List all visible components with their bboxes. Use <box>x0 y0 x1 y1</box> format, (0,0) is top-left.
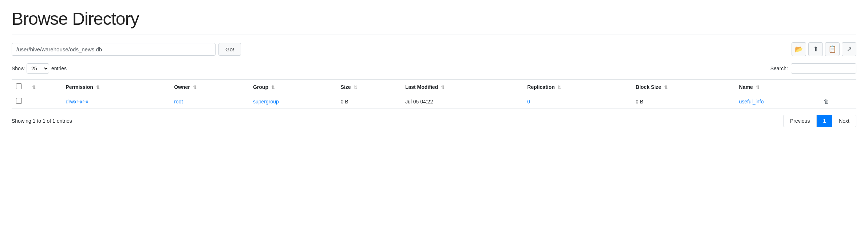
header-replication-label: Replication <box>527 84 555 90</box>
table-header-row: Permission Owner Group Size Last Modifie… <box>12 80 856 94</box>
row-delete-cell[interactable]: 🗑 <box>819 94 856 109</box>
header-size[interactable]: Size <box>336 80 401 94</box>
header-checkbox <box>12 80 26 94</box>
row-checkbox[interactable] <box>16 98 22 104</box>
row-group[interactable]: supergroup <box>249 94 336 109</box>
entries-select[interactable]: 10 25 50 100 <box>27 63 49 74</box>
path-input[interactable] <box>12 43 216 56</box>
row-size: 0 B <box>336 94 401 109</box>
go-button[interactable]: Go! <box>218 43 241 56</box>
header-block-size-label: Block Size <box>636 84 661 90</box>
select-all-checkbox[interactable] <box>16 83 22 89</box>
controls-row: Show 10 25 50 100 entries Search: <box>12 63 856 74</box>
sort-permission-icon <box>96 85 100 90</box>
header-name[interactable]: Name <box>735 80 820 94</box>
folder-open-button[interactable]: 📂 <box>792 42 806 56</box>
header-name-label: Name <box>739 84 753 90</box>
header-replication[interactable]: Replication <box>523 80 631 94</box>
page-title: Browse Directory <box>12 9 856 29</box>
title-divider <box>12 35 856 35</box>
header-group[interactable]: Group <box>249 80 336 94</box>
header-size-label: Size <box>341 84 351 90</box>
row-last-modified: Jul 05 04:22 <box>401 94 523 109</box>
show-entries: Show 10 25 50 100 entries <box>12 63 67 74</box>
header-permission[interactable]: Permission <box>61 80 170 94</box>
sort-last-modified-icon <box>441 85 445 90</box>
share-button[interactable]: ↗ <box>842 42 856 56</box>
sort-block-size-icon <box>664 85 668 90</box>
next-button[interactable]: Next <box>832 115 856 127</box>
header-owner-label: Owner <box>174 84 190 90</box>
page-number-button[interactable]: 1 <box>817 115 832 127</box>
sort-replication-icon <box>557 85 561 90</box>
row-owner[interactable]: root <box>170 94 249 109</box>
sort-owner-icon <box>193 85 197 90</box>
sort-size-icon <box>354 85 357 90</box>
footer-row: Showing 1 to 1 of 1 entries Previous 1 N… <box>12 115 856 127</box>
entries-label: entries <box>51 66 67 71</box>
delete-icon[interactable]: 🗑 <box>824 98 829 105</box>
header-block-size[interactable]: Block Size <box>631 80 735 94</box>
header-group-label: Group <box>253 84 268 90</box>
icon-buttons: 📂 ⬆ 📋 ↗ <box>792 42 856 56</box>
header-owner[interactable]: Owner <box>170 80 249 94</box>
path-row: Go! 📂 ⬆ 📋 ↗ <box>12 42 856 56</box>
list-button[interactable]: 📋 <box>825 42 840 56</box>
row-block-size: 0 B <box>631 94 735 109</box>
row-name[interactable]: useful_info <box>735 94 820 109</box>
header-permission-label: Permission <box>66 84 93 90</box>
search-box: Search: <box>770 63 856 74</box>
search-label: Search: <box>770 66 788 71</box>
show-label: Show <box>12 66 24 71</box>
row-permission[interactable]: drwxr-xr-x <box>61 94 170 109</box>
header-last-modified-label: Last Modified <box>405 84 438 90</box>
header-last-modified[interactable]: Last Modified <box>401 80 523 94</box>
row-checkbox-cell <box>12 94 26 109</box>
row-sort-cell <box>26 94 61 109</box>
table-row: drwxr-xr-x root supergroup 0 B Jul 05 04… <box>12 94 856 109</box>
header-sort-all[interactable] <box>26 80 61 94</box>
previous-button[interactable]: Previous <box>783 115 817 127</box>
pagination: Previous 1 Next <box>783 115 856 127</box>
sort-all-icon <box>32 85 36 90</box>
header-action <box>819 80 856 94</box>
sort-name-icon <box>756 85 760 90</box>
showing-text: Showing 1 to 1 of 1 entries <box>12 118 72 124</box>
directory-table: Permission Owner Group Size Last Modifie… <box>12 79 856 109</box>
upload-button[interactable]: ⬆ <box>808 42 823 56</box>
search-input[interactable] <box>791 63 856 74</box>
row-replication[interactable]: 0 <box>523 94 631 109</box>
sort-group-icon <box>271 85 275 90</box>
